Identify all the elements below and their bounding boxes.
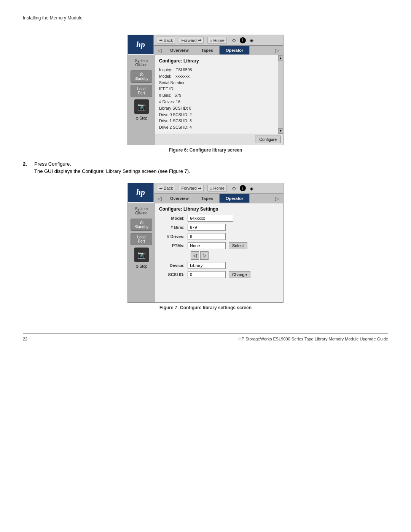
drives-label: # Drives: [159, 234, 188, 239]
home-icon-7: ⌂ [210, 186, 212, 190]
content: Configure: Library Inquiry: ESL9595 Mode… [155, 55, 278, 134]
ptms-row: PTMs: Select [159, 242, 279, 249]
ui-screen-figure6: hp ⬅ Back Forward ➡ ⌂ Home [127, 35, 284, 145]
standby-button[interactable]: ⏻ Standby [131, 70, 152, 83]
tab-operator[interactable]: Operator [220, 46, 250, 54]
scrollbar[interactable]: ▲ ▼ [278, 55, 283, 134]
drives-row: # Drives: [159, 233, 279, 240]
page-header: Installing the Memory Module [23, 15, 388, 23]
nav-right-arrow[interactable]: ▷ [273, 46, 282, 55]
info-icon: i [240, 37, 246, 43]
tab-overview[interactable]: Overview [164, 46, 195, 54]
sidebar: System Off-line ⏻ Standby Load Port 📷 ⊘ … [128, 55, 155, 145]
device-row: Device: [159, 262, 279, 269]
back-arrow-icon-7: ⬅ [159, 186, 162, 191]
nav-tabs-7: ◁ Overview Tapes Operator ▷ [154, 194, 283, 203]
tab-operator-7[interactable]: Operator [220, 194, 250, 203]
figure7-caption: Figure 7: Configure library settings scr… [159, 305, 252, 310]
device-input[interactable] [188, 262, 226, 269]
top-row: hp ⬅ Back Forward ➡ ⌂ Home [128, 35, 283, 55]
tab-tapes-7[interactable]: Tapes [195, 194, 220, 203]
select-button[interactable]: Select [229, 242, 247, 249]
figure7-container: hp ⬅ Back Forward ➡ ⌂ Home ◇ [23, 183, 388, 310]
toolbar: ⬅ Back Forward ➡ ⌂ Home ◇ i ◈ [154, 35, 283, 46]
home-button[interactable]: ⌂ Home [207, 37, 227, 44]
scroll-down-btn[interactable]: ▼ [278, 128, 283, 134]
content-area: Configure: Library Inquiry: ESL9595 Mode… [155, 55, 283, 134]
back-arrow-icon: ⬅ [159, 38, 162, 43]
hp-logo: hp [128, 35, 154, 54]
scroll-up-btn[interactable]: ▲ [278, 55, 283, 61]
ptms-input[interactable] [188, 242, 226, 249]
model-input[interactable] [188, 215, 233, 222]
bins-row: # Bins: [159, 224, 279, 231]
stop-button-7[interactable]: ⊘ Stop [135, 264, 148, 268]
scsi-label: SCSI ID: [159, 272, 188, 277]
change-button[interactable]: Change [229, 271, 250, 278]
figure6-container: hp ⬅ Back Forward ➡ ⌂ Home [23, 35, 388, 153]
stop-button[interactable]: ⊘ Stop [135, 116, 148, 120]
step-number: 2. [23, 160, 30, 175]
ptms-nav-buttons: ◁ ▷ [191, 251, 209, 260]
bell-icon: ◇ [232, 37, 236, 43]
info-icon-7: i [240, 185, 246, 191]
home-icon: ⌂ [210, 38, 212, 43]
forward-arrow-icon-7: ➡ [198, 186, 201, 191]
page-number: 22 [23, 337, 27, 341]
step2-item: 2. Press Configure. The GUI displays the… [23, 160, 388, 175]
main-area-7: System Off-line ⏻ Standby Load Port 📷 ⊘ … [128, 203, 283, 302]
stop-icon: ⊘ [135, 116, 139, 120]
content-title: Configure: Library [159, 58, 274, 64]
model-row: Model: [159, 215, 279, 222]
model-label: Model: [159, 216, 188, 220]
system-status: System Off-line [129, 58, 153, 68]
tab-overview-7[interactable]: Overview [164, 194, 195, 203]
standby-button-7[interactable]: ⏻ Standby [131, 219, 152, 231]
load-port-button-7[interactable]: Load Port [131, 233, 152, 245]
step2-text: Press Configure. [34, 161, 71, 167]
main-area: System Off-line ⏻ Standby Load Port 📷 ⊘ … [128, 55, 283, 145]
ui-screen-figure7: hp ⬅ Back Forward ➡ ⌂ Home ◇ [127, 183, 284, 303]
bins-label: # Bins: [159, 225, 188, 230]
content-panel: Configure: Library Inquiry: ESL9595 Mode… [155, 55, 283, 145]
nav-buttons-row: ◁ ▷ [159, 251, 279, 260]
scsi-input[interactable] [188, 271, 226, 278]
home-button-7[interactable]: ⌂ Home [207, 185, 227, 192]
settings-title: Configure: Library Settings [159, 206, 279, 212]
nav-right-arrow-7[interactable]: ▷ [273, 194, 282, 203]
page-footer: 22 HP StorageWorks ESL9000 Series Tape L… [23, 333, 388, 341]
step2-block: 2. Press Configure. The GUI displays the… [23, 160, 388, 175]
bins-input[interactable] [188, 224, 226, 231]
back-button-7[interactable]: ⬅ Back [157, 185, 175, 192]
next-ptm-button[interactable]: ▷ [200, 251, 209, 260]
top-row-7: hp ⬅ Back Forward ➡ ⌂ Home ◇ [128, 183, 283, 203]
hp-logo-7: hp [128, 183, 154, 202]
back-button[interactable]: ⬅ Back [157, 37, 175, 44]
step2-subtext: The GUI displays the Configure: Library … [34, 168, 190, 174]
ptms-label: PTMs: [159, 243, 188, 248]
tab-tapes[interactable]: Tapes [195, 46, 220, 54]
forward-arrow-icon: ➡ [198, 38, 201, 43]
scsi-row: SCSI ID: Change [159, 271, 279, 278]
document-title: HP StorageWorks ESL9000 Series Tape Libr… [239, 337, 388, 341]
settings-icon: ◈ [250, 37, 253, 43]
prev-ptm-button[interactable]: ◁ [191, 251, 199, 260]
info-text: Inquiry: ESL9595 Model: xxxxxxx Serial N… [159, 67, 274, 131]
camera-icon[interactable]: 📷 [134, 99, 149, 114]
nav-left-arrow[interactable]: ◁ [155, 46, 164, 55]
forward-button-7[interactable]: Forward ➡ [179, 185, 203, 192]
system-status-7: System Off-line [129, 206, 153, 216]
settings-icon-7: ◈ [250, 185, 253, 191]
settings-content: Configure: Library Settings Model: # Bin… [155, 203, 283, 302]
camera-icon-7[interactable]: 📷 [134, 248, 149, 262]
configure-bar: Configure [155, 134, 283, 145]
load-port-button[interactable]: Load Port [131, 85, 152, 97]
drives-input[interactable] [188, 233, 226, 240]
bell-icon-7: ◇ [232, 185, 236, 191]
stop-icon-7: ⊘ [135, 264, 139, 268]
configure-button[interactable]: Configure [255, 136, 281, 143]
forward-button[interactable]: Forward ➡ [179, 37, 203, 44]
nav-left-arrow-7[interactable]: ◁ [155, 194, 164, 203]
nav-tabs: ◁ Overview Tapes Operator ▷ [154, 46, 283, 55]
toolbar-7: ⬅ Back Forward ➡ ⌂ Home ◇ i ◈ [154, 183, 283, 194]
